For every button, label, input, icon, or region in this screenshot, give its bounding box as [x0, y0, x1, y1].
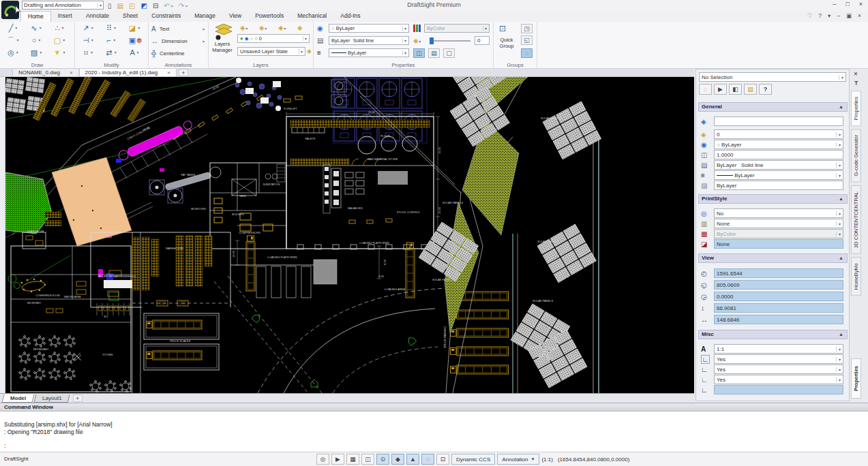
doc-close-button[interactable]: ×	[858, 12, 861, 19]
gravity-toggle-button[interactable]: ▲	[406, 454, 419, 465]
dynamic-ccs-toggle[interactable]: Dynamic CCS	[451, 454, 495, 465]
printstyle-table-combo[interactable]: None ▾	[714, 219, 843, 228]
ribbon-tab-home[interactable]: Home	[20, 11, 51, 22]
section-view[interactable]: View ▲	[698, 253, 848, 263]
layer-new-icon[interactable]: ◈▾	[240, 23, 248, 33]
printstyle-combo[interactable]: No ▾	[714, 208, 843, 218]
line-weight-combo[interactable]: ByLayer ▾	[329, 48, 409, 57]
select-entities-button[interactable]: ◌	[699, 84, 712, 95]
ucs-name-field[interactable]	[714, 385, 843, 394]
select-filter-button[interactable]: ▶	[714, 84, 727, 95]
layer-activate-icon[interactable]: ◈▾	[259, 23, 267, 33]
view-center-y-field[interactable]: 805.0609	[714, 280, 843, 290]
printstyle-color-combo[interactable]: ByColor ▾	[714, 229, 843, 238]
line-scale-field[interactable]: 1.0000	[714, 150, 843, 159]
ribbon-tab-view[interactable]: View	[222, 11, 248, 22]
power-trim-tool-button[interactable]: ⠶ ▾	[78, 48, 98, 58]
ortho-toggle-button[interactable]: ◫	[361, 454, 374, 465]
command-window-header[interactable]: Command Window	[0, 403, 868, 411]
view-center-x-field[interactable]: 1591.6544	[714, 268, 843, 278]
close-icon[interactable]: ×	[854, 70, 858, 78]
text-tool-button[interactable]: A Text ▾	[151, 24, 205, 34]
palette-tab-properties-bottom[interactable]: Properties	[851, 358, 861, 399]
document-tab[interactable]: 2020 - Industry A_edit (1).dwg×	[79, 68, 177, 76]
new-icon[interactable]: ▯	[108, 2, 112, 10]
line-weight-combo[interactable]: ByLayer ▾	[714, 170, 843, 180]
entity-track-toggle-button[interactable]: ◆	[391, 454, 404, 465]
properties-list-button[interactable]: ▤	[428, 48, 440, 58]
layer-combo[interactable]: 0 ▾	[714, 129, 843, 139]
layer-state-combo[interactable]: Unsaved Layer State ▾	[237, 47, 305, 56]
undo-icon[interactable]: ↶	[164, 2, 169, 10]
layers-manager-icon[interactable]	[214, 24, 233, 43]
command-prompt[interactable]: :	[4, 442, 5, 449]
centerline-tool-button[interactable]: ╬ Centerline	[151, 48, 205, 59]
edit-text-tool-button[interactable]: A ▾	[124, 48, 145, 58]
view-width-field[interactable]: 148.6846	[714, 315, 843, 324]
trim-tool-button[interactable]: ⊣ ▾	[78, 35, 98, 46]
minimize-button[interactable]: –	[833, 1, 836, 7]
chevron-down-icon[interactable]: ▾	[171, 3, 173, 8]
doc-favorite-button[interactable]: ♡	[807, 12, 813, 19]
printstyle-location-field[interactable]: None	[714, 239, 843, 249]
pointer-mode-toggle-button[interactable]: ▶	[331, 454, 344, 465]
polar-tracking-toggle-button[interactable]: ⊙	[376, 454, 389, 465]
ribbon-tab-sheet[interactable]: Sheet	[116, 11, 145, 22]
pattern-tool-button[interactable]: ⠿ ▾	[101, 23, 121, 33]
doc-help-menu-button[interactable]: ▾	[828, 12, 830, 19]
palette-tab-homebyme[interactable]: HomeByMe	[851, 257, 861, 296]
polygon-tool-button[interactable]: ▼ ▾	[49, 48, 70, 58]
stretch-tool-button[interactable]: ⇄ ▾	[101, 48, 121, 58]
pin-icon[interactable]: Ŧ	[854, 80, 858, 87]
power-edit-icon[interactable]: ⚙	[136, 36, 143, 45]
annotation-scale-dropdown[interactable]: Annotation ▼	[497, 454, 539, 465]
view-center-z-field[interactable]: 0.0000	[714, 292, 843, 301]
left-palette-strip[interactable]	[0, 77, 5, 393]
line-color-combo[interactable]: ○ ByLayer ▾	[714, 140, 843, 149]
view-height-field[interactable]: 66.9081	[714, 303, 843, 313]
palette-tab-properties[interactable]: Properties	[851, 91, 861, 126]
layer-state-manager-icon[interactable]: ◈	[307, 47, 312, 56]
close-button[interactable]: ×	[859, 1, 863, 7]
points-tool-button[interactable]: ∴ ▾	[49, 23, 70, 33]
ucs-icon-combo[interactable]: Yes ▾	[714, 354, 843, 364]
arc-tool-button[interactable]: ⌒ ▾	[3, 35, 23, 46]
ribbon-tab-constraints[interactable]: Constraints	[145, 11, 188, 22]
palette-tab-g-code-generator[interactable]: G-code Generator	[851, 129, 861, 182]
chevron-down-icon[interactable]: ▾	[185, 3, 188, 8]
new-sheet-button[interactable]: +	[73, 394, 83, 402]
section-misc[interactable]: Misc ▲	[698, 330, 848, 339]
ungroup-button[interactable]: ◱	[521, 35, 533, 45]
new-document-tab-button[interactable]: +	[179, 69, 188, 76]
save-icon[interactable]: ◩	[140, 2, 147, 10]
doc-help-button[interactable]: ?	[818, 12, 822, 19]
active-layer-combo[interactable]: ● ◆ ○ ○ 0 ▾	[237, 34, 310, 43]
section-printstyle[interactable]: PrintStyle ▲	[698, 194, 848, 204]
ucs-view-combo[interactable]: Yes ▾	[714, 375, 843, 384]
workspace-selector[interactable]: Drafting and Annotation ▾	[22, 1, 104, 10]
maximize-button[interactable]: □	[845, 1, 849, 7]
offset-tool-button[interactable]: ⌐ ▾	[101, 35, 121, 46]
layer-preview-icon[interactable]: ◈	[297, 23, 303, 32]
properties-painter-button[interactable]: ◫	[413, 48, 425, 58]
match-properties-button[interactable]: ▤	[744, 84, 757, 95]
import-icon[interactable]: ◰	[129, 2, 135, 10]
annotation-scale-combo[interactable]: 1:1 ▾	[714, 344, 843, 354]
drawing-canvas[interactable]: FORKLIFTPALETSCABLE CONVEYORFAT TANKSSUB…	[5, 77, 694, 393]
dynamic-constraint-toggle-button[interactable]: ◌	[421, 454, 434, 465]
ribbon-tab-annotate[interactable]: Annotate	[79, 11, 116, 22]
layers-manager-button[interactable]: Layers Manager	[209, 41, 236, 53]
print-icon[interactable]: ⊟	[153, 2, 158, 10]
doc-restore-button[interactable]: ▣	[846, 12, 852, 19]
ellipse-tool-button[interactable]: ○ ▾	[26, 35, 46, 46]
ribbon-tab-mechanical[interactable]: Mechanical	[290, 11, 333, 22]
rounded-rectangle-tool-button[interactable]: ▢ ▾	[49, 35, 70, 46]
command-window[interactable]: Substituting [arsimp.shx] for [Arial Nar…	[0, 411, 868, 452]
palette-tab-3d-contentcentral[interactable]: 3D CONTENTCENTRAL	[851, 185, 861, 254]
group-select-toggle[interactable]: ◌	[521, 48, 533, 58]
print-color-combo[interactable]: ByColor ▾	[424, 24, 490, 33]
quick-group-button[interactable]: Quick Group	[494, 37, 520, 49]
line-color-combo[interactable]: ○ ByLayer ▾	[329, 24, 409, 33]
close-icon[interactable]: ×	[70, 69, 73, 76]
annotation-monitor-toggle-button[interactable]: ⊡	[436, 454, 449, 465]
